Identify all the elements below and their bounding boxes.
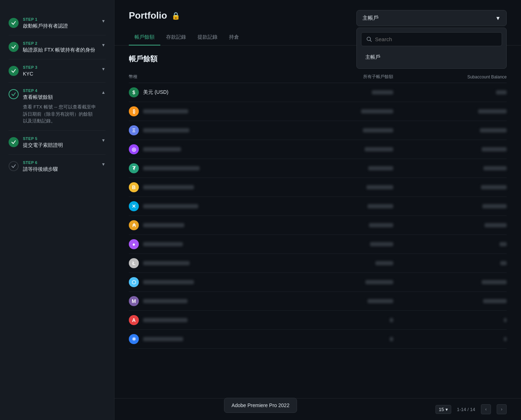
- tab-0[interactable]: 帳戶餘額: [129, 30, 160, 45]
- search-input[interactable]: [375, 36, 497, 42]
- sidebar-step-step5[interactable]: STEP 5 提交電子索賠證明 ▼: [9, 131, 106, 155]
- step-label: STEP 2: [23, 41, 97, 45]
- all-balance-cell: [280, 109, 393, 114]
- subaccount-balance-cell: [393, 147, 507, 151]
- step-title: 驗證原始 FTX 帳號持有者的身份: [23, 47, 97, 53]
- currency-name-blurred: [143, 299, 188, 303]
- subaccount-balance-cell: [393, 128, 507, 132]
- currency-name-blurred: [143, 147, 181, 151]
- next-page-button[interactable]: ›: [497, 404, 507, 414]
- subaccount-balance-cell: [393, 90, 507, 95]
- subaccount-balance-value: [483, 166, 507, 170]
- sidebar: STEP 1 啟動帳戶持有者認證 ▼ STEP 2 驗證原始 FTX 帳號持有者…: [0, 0, 115, 420]
- table-row: ⚛: [129, 330, 507, 349]
- subaccount-balance-value: [483, 299, 507, 303]
- dropdown-item[interactable]: 主帳戶: [361, 50, 502, 64]
- step-arrow-icon: ▼: [101, 162, 106, 167]
- subaccount-balance-value: [480, 128, 507, 132]
- step-content: STEP 6 請等待後續步驟: [23, 160, 97, 173]
- step-title: KYC: [23, 71, 97, 77]
- step-content: STEP 5 提交電子索賠證明: [23, 136, 97, 149]
- table-row: A: [129, 311, 507, 330]
- sidebar-step-step6[interactable]: STEP 6 請等待後續步驟 ▼: [9, 155, 106, 178]
- table-row: $ 美元 (USD): [129, 83, 507, 102]
- subaccount-balance-cell: [393, 204, 507, 208]
- currency-cell: ₮: [129, 163, 280, 173]
- table-row: ◎: [129, 140, 507, 159]
- header-all-balance: 所有子帳戶餘額: [280, 74, 393, 80]
- lock-icon: 🔒: [171, 11, 180, 20]
- step-title: 請等待後續步驟: [23, 166, 97, 173]
- step-label: STEP 1: [23, 17, 97, 21]
- currency-cell: ⬡: [129, 277, 280, 287]
- subaccount-balance-value: [482, 280, 507, 284]
- all-balance-value: [370, 242, 393, 246]
- step-desc: 查看 FTX 帳號 -- 您可以查看截至申訴日期前（除非另有說明）的餘額以及活動…: [23, 103, 97, 125]
- step-arrow-icon: ▲: [101, 90, 106, 95]
- table-footer: 15 ▾ 1-14 / 14 ‹ ›: [115, 398, 521, 420]
- per-page-select[interactable]: 15 ▾: [435, 405, 451, 414]
- account-dropdown-trigger[interactable]: 主帳戶 ▼: [356, 10, 507, 26]
- currency-name-blurred: [143, 109, 188, 114]
- subaccount-balance-cell: [393, 280, 507, 284]
- tab-2[interactable]: 提款記錄: [192, 30, 223, 45]
- step-check-icon: [9, 66, 19, 76]
- step-content: STEP 2 驗證原始 FTX 帳號持有者的身份: [23, 41, 97, 53]
- all-balance-cell: [280, 261, 393, 265]
- coin-icon: ₮: [129, 163, 139, 173]
- all-balance-cell: [280, 90, 393, 95]
- all-balance-cell: [280, 318, 393, 322]
- currency-name-blurred: [143, 185, 194, 189]
- subaccount-balance-cell: [393, 185, 507, 189]
- step-active-icon: [9, 89, 19, 99]
- step-label: STEP 6: [23, 160, 97, 165]
- all-balance-cell: [280, 223, 393, 227]
- currency-cell: B: [129, 182, 280, 192]
- currency-name-blurred: [143, 261, 190, 265]
- page-title: Portfolio: [129, 10, 167, 21]
- prev-page-button[interactable]: ‹: [481, 404, 491, 414]
- subaccount-balance-value: [504, 318, 507, 322]
- table-row: ₳: [129, 216, 507, 235]
- all-balance-cell: [280, 166, 393, 170]
- all-balance-value: [368, 166, 393, 170]
- step-content: STEP 4 查看帳號餘額 查看 FTX 帳號 -- 您可以查看截至申訴日期前（…: [23, 88, 97, 125]
- search-box: [361, 32, 502, 46]
- currency-cell: ⚛: [129, 334, 280, 344]
- coin-icon: ₳: [129, 220, 139, 230]
- sidebar-step-step3[interactable]: STEP 3 KYC ▼: [9, 59, 106, 83]
- step-arrow-icon: ▼: [101, 43, 106, 48]
- sidebar-step-step4[interactable]: STEP 4 查看帳號餘額 查看 FTX 帳號 -- 您可以查看截至申訴日期前（…: [9, 83, 106, 131]
- all-balance-cell: [280, 147, 393, 151]
- dropdown-items-list: 主帳戶: [361, 50, 502, 64]
- search-icon: [366, 37, 372, 42]
- header-subaccount: Subaccount Balance: [393, 74, 507, 79]
- table-area: 帳戶餘額 幣種 所有子帳戶餘額 Subaccount Balance $ 美元 …: [115, 45, 521, 398]
- coin-icon: ✕: [129, 201, 139, 211]
- coin-icon: ●: [129, 239, 139, 249]
- subaccount-balance-cell: [393, 299, 507, 303]
- coin-icon: ◎: [129, 144, 139, 154]
- all-balance-value: [367, 204, 393, 208]
- tab-3[interactable]: 持倉: [223, 30, 245, 45]
- subaccount-balance-value: [500, 261, 507, 265]
- sidebar-step-step2[interactable]: STEP 2 驗證原始 FTX 帳號持有者的身份 ▼: [9, 35, 106, 59]
- step-title: 查看帳號餘額: [23, 94, 97, 101]
- step-title: 啟動帳戶持有者認證: [23, 23, 97, 29]
- subaccount-balance-cell: [393, 166, 507, 170]
- coin-icon: $: [129, 87, 139, 97]
- subaccount-balance-value: [485, 223, 507, 227]
- step-label: STEP 3: [23, 65, 97, 69]
- all-balance-cell: [280, 185, 393, 189]
- tab-1[interactable]: 存款記錄: [160, 30, 192, 45]
- step-check-icon: [9, 42, 19, 52]
- step-content: STEP 3 KYC: [23, 65, 97, 77]
- step-check-icon: [9, 18, 19, 28]
- table-row: M: [129, 292, 507, 311]
- currency-cell: ●: [129, 239, 280, 249]
- dropdown-chevron-icon: ▼: [495, 15, 501, 21]
- sidebar-step-step1[interactable]: STEP 1 啟動帳戶持有者認證 ▼: [9, 11, 106, 35]
- table-row: Ł: [129, 254, 507, 273]
- per-page-value: 15: [439, 407, 444, 412]
- currency-cell: ✕: [129, 201, 280, 211]
